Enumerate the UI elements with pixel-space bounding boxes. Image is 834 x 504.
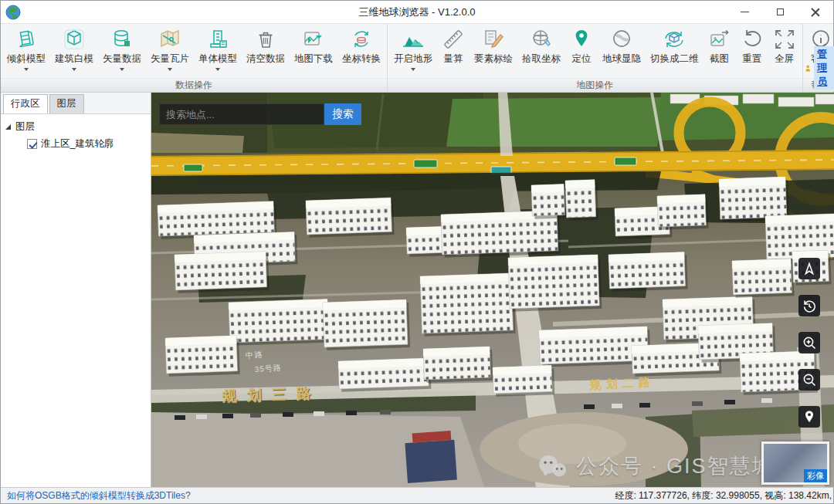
user-person-icon [805,62,811,75]
close-button[interactable] [798,1,833,23]
map-tiles-icon [158,28,181,51]
button-label: 开启地形 [394,52,432,66]
location-pin-icon [570,28,593,51]
measure-button[interactable]: 量算 [437,25,470,78]
group-label-data-ops: 数据操作 [1,78,387,92]
layer-tree: 图层 淮上区_建筑轮廓 [1,114,151,155]
pencil-sheet-icon [482,28,505,51]
tree-leaf-building-outline[interactable]: 淮上区_建筑轮廓 [27,137,147,151]
single-model-button[interactable]: 单体模型 [194,25,242,78]
maximize-button[interactable] [762,1,798,23]
app-window: 三维地球浏览器 - V1.2.0.0 倾斜模型 建筑白模 矢量数据 [0,0,834,504]
oblique-model-button[interactable]: 倾斜模型 [2,25,50,78]
map-scene: 规划三路 规划二路 中路 35号路 [151,93,834,489]
zoom-in-icon [802,335,817,350]
terrain-icon [402,28,425,51]
convert-arrows-icon [350,28,373,51]
button-label: 地球显隐 [602,52,641,66]
switch-2d-icon [663,28,686,51]
button-label: 切换成二维 [650,52,699,66]
building-white-model-button[interactable]: 建筑白模 [50,25,98,78]
button-label: 地图下载 [294,52,333,66]
pick-coords-button[interactable]: 拾取坐标 [517,25,565,78]
zoom-out-icon [802,372,817,387]
search-button[interactable]: 搜索 [324,103,361,125]
locate-me-button[interactable] [798,406,820,428]
minimize-icon [741,12,749,12]
zoom-out-button[interactable] [798,369,820,391]
vector-tile-button[interactable]: 矢量瓦片 [146,25,194,78]
tree-node-layers[interactable]: 图层 [4,119,147,135]
road-label-planning-road-3: 规划三路 [221,385,321,404]
maximize-icon [777,8,784,15]
button-label: 倾斜模型 [7,52,46,66]
compass-icon [802,261,817,276]
window-title: 三维地球浏览器 - V1.2.0.0 [1,5,833,19]
search-input[interactable] [159,103,324,125]
layer-label: 淮上区_建筑轮廓 [41,137,114,151]
ribbon-toolbar: 倾斜模型 建筑白模 矢量数据 矢量瓦片 单体模型 [1,24,833,93]
admin-user-button[interactable]: 管理员 [805,46,834,90]
button-label: 量算 [444,52,463,66]
layer-panel: 行政区 图层 图层 淮上区_建筑轮廓 [1,93,151,489]
clear-data-button[interactable]: 清空数据 [242,25,290,78]
database-icon [110,28,134,51]
layer-checkbox[interactable] [27,139,37,149]
title-bar: 三维地球浏览器 - V1.2.0.0 [1,1,833,24]
dropdown-arrow-icon [24,68,29,71]
admin-user-label: 管理员 [814,46,834,90]
history-icon [802,298,817,313]
basemap-switcher[interactable]: 彩像 [761,441,829,485]
dropdown-arrow-icon [215,68,220,71]
compass-button[interactable] [798,258,820,279]
help-link[interactable]: 如何将OSGB格式的倾斜模型转换成3DTiles? [7,489,191,502]
fullscreen-button[interactable]: 全屏 [768,25,801,78]
tab-layers[interactable]: 图层 [49,94,84,113]
minimize-button[interactable] [727,1,762,23]
undo-icon [741,28,764,51]
oblique-model-icon [15,28,38,51]
expander-icon[interactable] [5,124,11,130]
map-search-box: 搜索 [159,103,361,125]
button-label: 定位 [572,52,592,66]
map-download-icon [302,28,325,51]
button-label: 截图 [710,52,729,66]
ribbon-group-map-ops: 开启地形 量算 要素标绘 拾取坐标 定位 [388,24,803,92]
coordinates-readout: 经度: 117.377726, 纬度: 32.998055, 视高: 138.4… [615,489,833,502]
button-label: 矢量瓦片 [151,52,189,66]
dropdown-arrow-icon [120,68,124,71]
button-label: 坐标转换 [342,52,381,66]
button-label: 单体模型 [198,52,237,66]
view-history-button[interactable] [798,295,820,316]
button-label: 清空数据 [246,52,285,66]
coord-convert-button[interactable]: 坐标转换 [337,25,385,78]
status-bar: 如何将OSGB格式的倾斜模型转换成3DTiles? 经度: 117.377726… [1,487,833,503]
enable-terrain-button[interactable]: 开启地形 [389,25,437,78]
pin-icon [802,409,817,425]
button-label: 全屏 [775,52,794,66]
map-3d-viewport[interactable]: 规划三路 规划二路 中路 35号路 搜索 公众号 · GIS智慧城市 [151,93,834,489]
screenshot-icon [708,28,731,51]
tab-admin-region[interactable]: 行政区 [3,94,48,113]
basemap-label: 彩像 [804,469,827,482]
button-label: 建筑白模 [55,52,93,66]
single-building-icon [206,28,229,51]
screenshot-button[interactable]: 截图 [703,25,736,78]
ribbon-group-data-ops: 倾斜模型 建筑白模 矢量数据 矢量瓦片 单体模型 [1,24,388,92]
fullscreen-icon [773,28,796,51]
globe-toggle-button[interactable]: 地球显隐 [598,25,646,78]
button-label: 拾取坐标 [522,52,561,66]
globe-pick-icon [530,28,553,51]
switch-to-2d-button[interactable]: 切换成二维 [646,25,703,78]
zoom-in-button[interactable] [798,332,820,353]
tree-root-label: 图层 [15,120,35,134]
feature-plot-button[interactable]: 要素标绘 [470,25,517,78]
locate-button[interactable]: 定位 [565,25,598,78]
vector-data-button[interactable]: 矢量数据 [98,25,146,78]
globe-icon [610,28,633,51]
reset-button[interactable]: 重置 [736,25,768,78]
map-download-button[interactable]: 地图下载 [290,25,337,78]
road-label-middle-road: 中路 [245,350,264,360]
group-label-map-ops: 地图操作 [388,78,802,92]
dropdown-arrow-icon [411,68,415,71]
